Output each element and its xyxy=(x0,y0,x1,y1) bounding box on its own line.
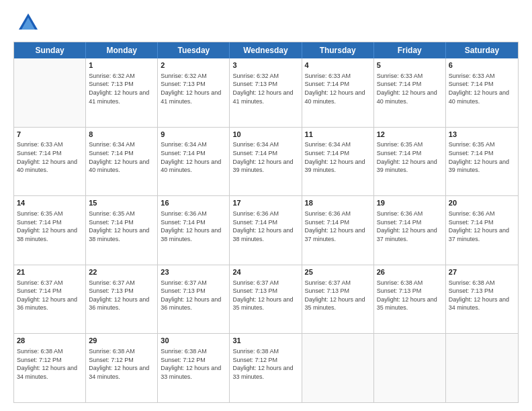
calendar-cell: 9Sunrise: 6:34 AMSunset: 7:14 PMDaylight… xyxy=(158,128,230,196)
calendar-cell: 13Sunrise: 6:35 AMSunset: 7:14 PMDayligh… xyxy=(446,128,518,196)
calendar-cell: 8Sunrise: 6:34 AMSunset: 7:14 PMDaylight… xyxy=(86,128,158,196)
cell-info: Sunrise: 6:38 AMSunset: 7:12 PMDaylight:… xyxy=(17,347,83,381)
cell-info: Sunrise: 6:35 AMSunset: 7:14 PMDaylight:… xyxy=(17,210,83,243)
header xyxy=(13,11,519,35)
day-number: 16 xyxy=(161,198,226,208)
cell-info: Sunrise: 6:38 AMSunset: 7:12 PMDaylight:… xyxy=(232,347,298,381)
calendar-cell: 4Sunrise: 6:33 AMSunset: 7:14 PMDaylight… xyxy=(302,58,374,127)
calendar: SundayMondayTuesdayWednesdayThursdayFrid… xyxy=(13,42,519,403)
cell-info: Sunrise: 6:34 AMSunset: 7:14 PMDaylight:… xyxy=(89,140,154,174)
calendar-cell xyxy=(302,334,374,402)
cell-info: Sunrise: 6:38 AMSunset: 7:12 PMDaylight:… xyxy=(89,347,154,381)
day-header-sunday: Sunday xyxy=(14,42,86,58)
calendar-cell: 27Sunrise: 6:38 AMSunset: 7:13 PMDayligh… xyxy=(446,265,518,334)
logo xyxy=(13,11,40,35)
calendar-body: 1Sunrise: 6:32 AMSunset: 7:13 PMDaylight… xyxy=(14,58,518,402)
calendar-cell: 28Sunrise: 6:38 AMSunset: 7:12 PMDayligh… xyxy=(14,334,86,402)
cell-info: Sunrise: 6:33 AMSunset: 7:14 PMDaylight:… xyxy=(377,72,443,105)
day-number: 25 xyxy=(305,267,371,277)
calendar-cell xyxy=(14,58,86,127)
day-number: 5 xyxy=(377,60,443,71)
day-header-tuesday: Tuesday xyxy=(158,42,230,58)
day-number: 14 xyxy=(17,198,83,208)
day-number: 27 xyxy=(449,267,515,277)
calendar-cell: 15Sunrise: 6:35 AMSunset: 7:14 PMDayligh… xyxy=(86,196,158,265)
day-number: 4 xyxy=(305,60,371,71)
calendar-header: SundayMondayTuesdayWednesdayThursdayFrid… xyxy=(14,42,518,58)
calendar-week-3: 14Sunrise: 6:35 AMSunset: 7:14 PMDayligh… xyxy=(14,196,518,265)
calendar-cell: 21Sunrise: 6:37 AMSunset: 7:14 PMDayligh… xyxy=(14,265,86,334)
calendar-cell: 31Sunrise: 6:38 AMSunset: 7:12 PMDayligh… xyxy=(230,334,302,402)
day-number: 31 xyxy=(232,336,298,346)
day-number: 7 xyxy=(17,130,83,140)
day-number: 12 xyxy=(377,130,443,140)
calendar-cell: 12Sunrise: 6:35 AMSunset: 7:14 PMDayligh… xyxy=(374,128,446,196)
calendar-cell: 25Sunrise: 6:37 AMSunset: 7:13 PMDayligh… xyxy=(302,265,374,334)
cell-info: Sunrise: 6:35 AMSunset: 7:14 PMDaylight:… xyxy=(377,140,443,174)
day-number: 3 xyxy=(232,60,298,71)
cell-info: Sunrise: 6:36 AMSunset: 7:14 PMDaylight:… xyxy=(232,210,298,243)
cell-info: Sunrise: 6:38 AMSunset: 7:12 PMDaylight:… xyxy=(161,347,226,381)
day-number: 28 xyxy=(17,336,83,346)
day-number: 13 xyxy=(449,130,515,140)
day-number: 22 xyxy=(89,267,154,277)
calendar-cell: 2Sunrise: 6:32 AMSunset: 7:13 PMDaylight… xyxy=(158,58,230,127)
calendar-week-4: 21Sunrise: 6:37 AMSunset: 7:14 PMDayligh… xyxy=(14,265,518,334)
calendar-cell: 5Sunrise: 6:33 AMSunset: 7:14 PMDaylight… xyxy=(374,58,446,127)
day-number: 8 xyxy=(89,130,154,140)
cell-info: Sunrise: 6:36 AMSunset: 7:14 PMDaylight:… xyxy=(377,210,443,243)
cell-info: Sunrise: 6:32 AMSunset: 7:13 PMDaylight:… xyxy=(232,72,298,105)
logo-icon xyxy=(16,11,40,35)
day-number: 1 xyxy=(89,60,154,71)
calendar-cell: 10Sunrise: 6:34 AMSunset: 7:14 PMDayligh… xyxy=(230,128,302,196)
day-number: 17 xyxy=(232,198,298,208)
calendar-cell: 29Sunrise: 6:38 AMSunset: 7:12 PMDayligh… xyxy=(86,334,158,402)
day-number: 23 xyxy=(161,267,226,277)
page: SundayMondayTuesdayWednesdayThursdayFrid… xyxy=(0,0,532,411)
calendar-cell: 11Sunrise: 6:34 AMSunset: 7:14 PMDayligh… xyxy=(302,128,374,196)
day-header-friday: Friday xyxy=(374,42,446,58)
cell-info: Sunrise: 6:37 AMSunset: 7:13 PMDaylight:… xyxy=(232,279,298,312)
calendar-cell: 17Sunrise: 6:36 AMSunset: 7:14 PMDayligh… xyxy=(230,196,302,265)
day-number: 24 xyxy=(232,267,298,277)
day-number: 10 xyxy=(232,130,298,140)
day-header-thursday: Thursday xyxy=(302,42,374,58)
day-number: 6 xyxy=(449,60,515,71)
day-number: 29 xyxy=(89,336,154,346)
calendar-cell: 23Sunrise: 6:37 AMSunset: 7:13 PMDayligh… xyxy=(158,265,230,334)
calendar-cell: 19Sunrise: 6:36 AMSunset: 7:14 PMDayligh… xyxy=(374,196,446,265)
calendar-cell: 30Sunrise: 6:38 AMSunset: 7:12 PMDayligh… xyxy=(158,334,230,402)
calendar-cell: 20Sunrise: 6:36 AMSunset: 7:14 PMDayligh… xyxy=(446,196,518,265)
calendar-cell: 16Sunrise: 6:36 AMSunset: 7:14 PMDayligh… xyxy=(158,196,230,265)
cell-info: Sunrise: 6:32 AMSunset: 7:13 PMDaylight:… xyxy=(89,72,154,105)
cell-info: Sunrise: 6:33 AMSunset: 7:14 PMDaylight:… xyxy=(17,140,83,174)
day-number: 26 xyxy=(377,267,443,277)
cell-info: Sunrise: 6:38 AMSunset: 7:13 PMDaylight:… xyxy=(377,279,443,312)
day-number: 30 xyxy=(161,336,226,346)
calendar-cell: 26Sunrise: 6:38 AMSunset: 7:13 PMDayligh… xyxy=(374,265,446,334)
calendar-week-5: 28Sunrise: 6:38 AMSunset: 7:12 PMDayligh… xyxy=(14,334,518,402)
cell-info: Sunrise: 6:34 AMSunset: 7:14 PMDaylight:… xyxy=(305,140,371,174)
cell-info: Sunrise: 6:37 AMSunset: 7:13 PMDaylight:… xyxy=(305,279,371,312)
day-number: 21 xyxy=(17,267,83,277)
calendar-cell: 3Sunrise: 6:32 AMSunset: 7:13 PMDaylight… xyxy=(230,58,302,127)
cell-info: Sunrise: 6:38 AMSunset: 7:13 PMDaylight:… xyxy=(449,279,515,312)
day-number: 15 xyxy=(89,198,154,208)
calendar-week-2: 7Sunrise: 6:33 AMSunset: 7:14 PMDaylight… xyxy=(14,128,518,197)
day-number: 2 xyxy=(161,60,226,71)
cell-info: Sunrise: 6:36 AMSunset: 7:14 PMDaylight:… xyxy=(161,210,226,243)
cell-info: Sunrise: 6:34 AMSunset: 7:14 PMDaylight:… xyxy=(232,140,298,174)
cell-info: Sunrise: 6:37 AMSunset: 7:13 PMDaylight:… xyxy=(161,279,226,312)
day-header-saturday: Saturday xyxy=(446,42,518,58)
cell-info: Sunrise: 6:32 AMSunset: 7:13 PMDaylight:… xyxy=(161,72,226,105)
day-number: 11 xyxy=(305,130,371,140)
day-number: 9 xyxy=(161,130,226,140)
day-header-monday: Monday xyxy=(86,42,158,58)
day-number: 19 xyxy=(377,198,443,208)
day-number: 20 xyxy=(449,198,515,208)
cell-info: Sunrise: 6:36 AMSunset: 7:14 PMDaylight:… xyxy=(305,210,371,243)
calendar-week-1: 1Sunrise: 6:32 AMSunset: 7:13 PMDaylight… xyxy=(14,58,518,128)
calendar-cell: 1Sunrise: 6:32 AMSunset: 7:13 PMDaylight… xyxy=(86,58,158,127)
cell-info: Sunrise: 6:36 AMSunset: 7:14 PMDaylight:… xyxy=(449,210,515,243)
cell-info: Sunrise: 6:37 AMSunset: 7:14 PMDaylight:… xyxy=(17,279,83,312)
